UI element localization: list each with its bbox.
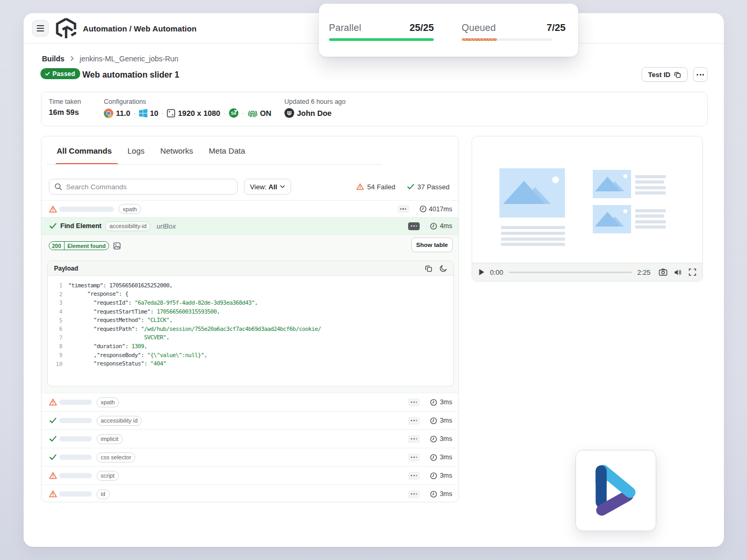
screenshot-image-icon[interactable] bbox=[113, 242, 121, 250]
code-line: 10 "responseStatus": "404" bbox=[48, 359, 453, 368]
copy-icon[interactable] bbox=[425, 265, 432, 272]
locator-pill: accessibility-id bbox=[105, 221, 151, 231]
code-line: 6 "requestPath": "/wd/hub/session/755e20… bbox=[48, 325, 453, 333]
time-taken-value: 16m 59s bbox=[49, 108, 81, 116]
status-text: Element found bbox=[64, 242, 109, 250]
mock-text-line bbox=[501, 232, 565, 235]
fullscreen-button[interactable] bbox=[689, 268, 696, 276]
code-line: 1"timestamp": 1705665601625252000, bbox=[48, 281, 453, 290]
volume-button[interactable] bbox=[674, 269, 682, 276]
status-badge: Passed bbox=[40, 68, 80, 79]
command-row[interactable]: xpath 4017ms bbox=[41, 200, 458, 217]
command-row[interactable]: accessibility id 3ms bbox=[41, 411, 458, 429]
total-time: 2:25 bbox=[637, 268, 650, 276]
volume-icon bbox=[674, 269, 682, 276]
tab-all-commands[interactable]: All Commands bbox=[57, 136, 112, 165]
resolution-value: 1920 x 1080 bbox=[178, 109, 220, 117]
hamburger-menu-button[interactable] bbox=[32, 20, 49, 37]
code-line: 5 "requestMethod": "CLICK", bbox=[48, 316, 453, 325]
run-title: Web automation slider 1 bbox=[82, 68, 179, 82]
app-logo-icon bbox=[56, 18, 77, 39]
chevron-down-icon bbox=[280, 185, 285, 188]
warning-icon bbox=[49, 205, 57, 213]
mock-image-small-1 bbox=[593, 170, 631, 198]
image-placeholder-icon bbox=[499, 168, 565, 218]
check-icon bbox=[45, 71, 50, 77]
locator-pill: css selector bbox=[97, 453, 135, 462]
warning-icon bbox=[49, 490, 57, 498]
resolution-icon bbox=[167, 109, 175, 117]
seek-bar[interactable] bbox=[509, 272, 632, 273]
warning-icon bbox=[49, 398, 57, 406]
windows-os-icon bbox=[139, 109, 147, 117]
row-menu-button[interactable] bbox=[408, 472, 420, 480]
row-menu-button[interactable] bbox=[408, 222, 420, 230]
duration-value: 3ms bbox=[440, 490, 452, 498]
copy-icon bbox=[674, 71, 681, 78]
chevron-right-icon bbox=[69, 56, 75, 61]
status-code: 200 bbox=[49, 242, 64, 250]
row-menu-button[interactable] bbox=[398, 205, 409, 213]
command-value: urlBox bbox=[156, 222, 176, 230]
queued-stat: Queued 7/25 bbox=[462, 22, 565, 41]
response-status-badge: 200 Element found bbox=[49, 241, 109, 250]
mock-text-line bbox=[635, 214, 664, 218]
command-row-selected[interactable]: Find Element accessibility-id urlBox 4ms bbox=[41, 217, 458, 234]
play-icon bbox=[478, 268, 485, 276]
command-name-skeleton bbox=[59, 491, 92, 497]
locator-pill: accessibility id bbox=[97, 416, 142, 426]
search-commands-box[interactable] bbox=[49, 179, 238, 195]
tab-meta-data[interactable]: Meta Data bbox=[209, 136, 245, 165]
clock-icon bbox=[430, 472, 437, 479]
play-button[interactable] bbox=[478, 268, 485, 276]
mock-image-large bbox=[499, 168, 565, 218]
parallel-label: Parallel bbox=[329, 23, 361, 34]
command-name: Find Element bbox=[60, 222, 101, 230]
configurations: Configurations 11.0 · 10 · bbox=[104, 98, 271, 118]
mock-text-line bbox=[501, 243, 565, 246]
duration-value: 3ms bbox=[440, 454, 452, 461]
time-taken: Time taken 16m 59s bbox=[49, 98, 81, 116]
queued-label: Queued bbox=[462, 23, 496, 34]
row-menu-button[interactable] bbox=[408, 435, 420, 443]
row-menu-button[interactable] bbox=[408, 399, 420, 406]
row-menu-button[interactable] bbox=[408, 454, 420, 461]
view-filter-dropdown[interactable]: View: All bbox=[244, 179, 291, 195]
mock-image-small-2 bbox=[593, 205, 631, 233]
warning-icon bbox=[49, 471, 57, 480]
clock-icon bbox=[420, 206, 426, 212]
code-line: 4 "requestStartTime": 170566560031559350… bbox=[48, 307, 453, 316]
code-line: 9 ,"responseBody": "{\"value\":null}", bbox=[48, 351, 453, 360]
command-row[interactable]: xpath 3ms bbox=[41, 393, 458, 411]
command-name-skeleton bbox=[59, 400, 92, 405]
screenshot-camera-button[interactable] bbox=[659, 268, 667, 276]
command-row[interactable]: css selector 3ms bbox=[41, 448, 458, 466]
hamburger-icon bbox=[37, 25, 44, 31]
passed-count: 37 Passed bbox=[407, 183, 450, 191]
row-menu-button[interactable] bbox=[408, 490, 420, 498]
search-commands-input[interactable] bbox=[66, 183, 232, 191]
command-row[interactable]: script 3ms bbox=[41, 466, 458, 484]
duration-value: 4017ms bbox=[429, 206, 452, 213]
duration-value: 4ms bbox=[440, 222, 452, 230]
check-icon bbox=[49, 435, 57, 443]
check-icon bbox=[49, 222, 57, 230]
mock-text-line bbox=[635, 191, 666, 195]
video-controls-bar: 0:00 2:25 bbox=[472, 263, 702, 281]
command-row[interactable]: implicit 3ms bbox=[41, 429, 458, 448]
more-actions-button[interactable] bbox=[693, 67, 708, 82]
mock-text-line bbox=[635, 180, 664, 184]
duration-value: 3ms bbox=[440, 435, 452, 443]
video-float-widget[interactable] bbox=[575, 450, 656, 531]
breadcrumb-builds-link[interactable]: Builds bbox=[42, 55, 65, 63]
show-table-button[interactable]: Show table bbox=[411, 238, 453, 252]
video-panel: 0:00 2:25 bbox=[472, 136, 703, 282]
command-row[interactable]: id 3ms bbox=[41, 484, 458, 502]
test-id-button[interactable]: Test ID bbox=[642, 67, 688, 82]
tab-logs[interactable]: Logs bbox=[127, 136, 145, 165]
current-time: 0:00 bbox=[490, 268, 503, 276]
locator-pill: script bbox=[97, 471, 119, 481]
row-menu-button[interactable] bbox=[408, 417, 420, 425]
tab-networks[interactable]: Networks bbox=[161, 136, 194, 165]
dark-mode-moon-icon[interactable] bbox=[440, 265, 447, 272]
